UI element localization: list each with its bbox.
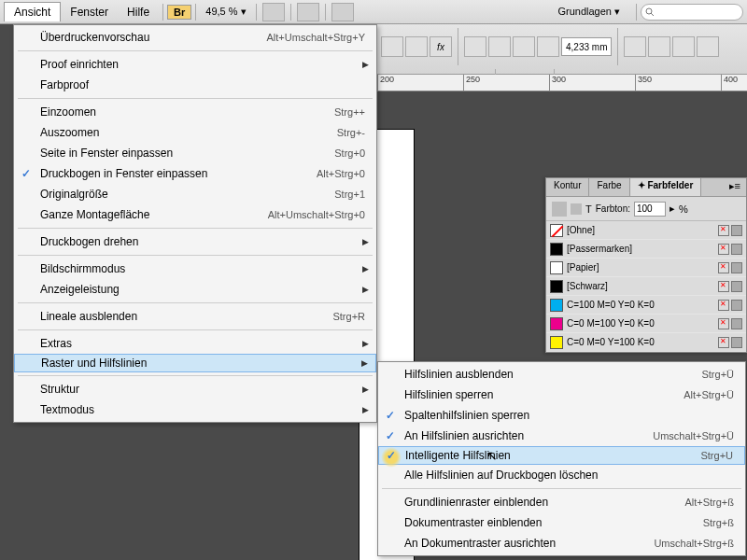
submenu-item[interactable]: An Dokumentraster ausrichtenUmschalt+Str…	[378, 533, 745, 553]
menubar: Ansicht Fenster Hilfe Br 49,5 % ▾ Grundl…	[0, 0, 747, 24]
dimension-field[interactable]: 4,233 mm	[561, 37, 612, 56]
menu-item[interactable]: Lineale ausblendenStrg+R	[14, 306, 376, 327]
menu-item[interactable]: AuszoomenStrg+-	[14, 122, 376, 143]
menu-item[interactable]: Ganze MontageflächeAlt+Umschalt+Strg+0	[14, 204, 376, 225]
menu-item[interactable]: Extras▶	[14, 333, 376, 354]
tab-kontur[interactable]: Kontur	[546, 178, 589, 196]
arrange-icon[interactable]	[331, 3, 354, 21]
submenu-item[interactable]: Hilfslinien ausblendenStrg+Ü	[378, 364, 745, 385]
swatches-panel: Kontur Farbe ✦ Farbfelder ▸≡ T Farbton: …	[545, 177, 747, 353]
bridge-button[interactable]: Br	[167, 5, 191, 20]
tb-btn[interactable]	[513, 36, 535, 57]
swatch-row[interactable]: C=100 M=0 Y=0 K=0	[546, 296, 746, 315]
menu-item[interactable]: Proof einrichten▶	[14, 54, 376, 75]
fx-icon[interactable]: fx	[430, 36, 452, 57]
menu-item[interactable]: Raster und Hilfslinien▶	[14, 354, 376, 372]
menu-item[interactable]: Bildschirmmodus▶	[14, 259, 376, 279]
container-icon[interactable]	[571, 203, 582, 215]
control-bar: fx 4,233 mm 100 % Automatisch einpassen	[377, 24, 747, 75]
svg-line-1	[651, 13, 654, 16]
menu-item[interactable]: Textmodus▶	[14, 399, 376, 420]
menu-item[interactable]: EinzoomenStrg++	[14, 102, 376, 122]
swatch-row[interactable]: [Schwarz]	[546, 277, 746, 296]
submenu-item[interactable]: ✓Spaltenhilfslinien sperren	[378, 405, 745, 426]
view-options-icon[interactable]	[262, 3, 285, 21]
tb-btn[interactable]	[648, 36, 670, 57]
menu-item[interactable]: Anzeigeleistung▶	[14, 279, 376, 300]
tab-farbfelder[interactable]: ✦ Farbfelder	[630, 178, 702, 196]
panel-menu-icon[interactable]: ▸≡	[724, 178, 746, 196]
swatch-row[interactable]: C=0 M=0 Y=100 K=0	[546, 333, 746, 352]
tb-btn[interactable]	[381, 36, 403, 57]
menu-item[interactable]: ✓Druckbogen in Fenster einpassenAlt+Strg…	[14, 163, 376, 184]
tb-btn[interactable]	[697, 36, 719, 57]
tint-label: Farbton:	[596, 203, 630, 214]
swatch-row[interactable]: [Passermarken]	[546, 240, 746, 259]
menu-item[interactable]: Farbproof	[14, 75, 376, 95]
tint-arrow-icon[interactable]: ▸	[669, 203, 675, 215]
menu-item[interactable]: ÜberdruckenvorschauAlt+Umschalt+Strg+Y	[14, 27, 376, 48]
ansicht-menu: ÜberdruckenvorschauAlt+Umschalt+Strg+YPr…	[13, 24, 377, 423]
tb-btn[interactable]	[624, 36, 646, 57]
tint-input[interactable]	[634, 202, 666, 217]
tb-btn[interactable]	[672, 36, 695, 57]
tb-btn[interactable]	[537, 36, 559, 57]
swatch-row[interactable]: [Ohne]	[546, 221, 746, 240]
tb-btn[interactable]	[488, 36, 511, 57]
menu-item[interactable]: Druckbogen drehen▶	[14, 231, 376, 252]
menu-hilfe[interactable]: Hilfe	[118, 3, 159, 21]
menu-item[interactable]: OriginalgrößeStrg+1	[14, 184, 376, 204]
submenu-item[interactable]: Hilfslinien sperrenAlt+Strg+Ü	[378, 385, 745, 405]
menu-item[interactable]: Struktur▶	[14, 379, 376, 399]
submenu-item[interactable]: ↖✓Intelligente HilfslinienStrg+U	[378, 446, 745, 465]
workspace-switcher[interactable]: Grundlagen ▾	[545, 3, 632, 21]
fill-stroke-icon[interactable]	[552, 202, 567, 217]
zoom-level[interactable]: 49,5 % ▾	[200, 6, 251, 18]
tb-btn[interactable]	[464, 36, 486, 57]
submenu-item[interactable]: Grundlinienraster einblendenAlt+Strg+ß	[378, 492, 745, 512]
submenu-item[interactable]: ✓An Hilfslinien ausrichtenUmschalt+Strg+…	[378, 426, 745, 446]
search-input[interactable]	[641, 4, 743, 21]
raster-hilfslinien-submenu: Hilfslinien ausblendenStrg+ÜHilfslinien …	[377, 361, 746, 556]
menu-item[interactable]: Seite in Fenster einpassenStrg+0	[14, 143, 376, 163]
tab-farbe[interactable]: Farbe	[589, 178, 629, 196]
screen-mode-icon[interactable]	[297, 3, 319, 21]
swatch-row[interactable]: C=0 M=100 Y=0 K=0	[546, 315, 746, 333]
swatch-row[interactable]: [Papier]	[546, 259, 746, 277]
horizontal-ruler: 200 250 300 350 400	[377, 75, 747, 91]
menu-ansicht[interactable]: Ansicht	[4, 2, 61, 21]
tb-btn[interactable]	[405, 36, 428, 57]
submenu-item[interactable]: Alle Hilfslinien auf Druckbogen löschen	[378, 465, 745, 485]
submenu-item[interactable]: Dokumentraster einblendenStrg+ß	[378, 512, 745, 533]
menu-fenster[interactable]: Fenster	[61, 3, 118, 21]
